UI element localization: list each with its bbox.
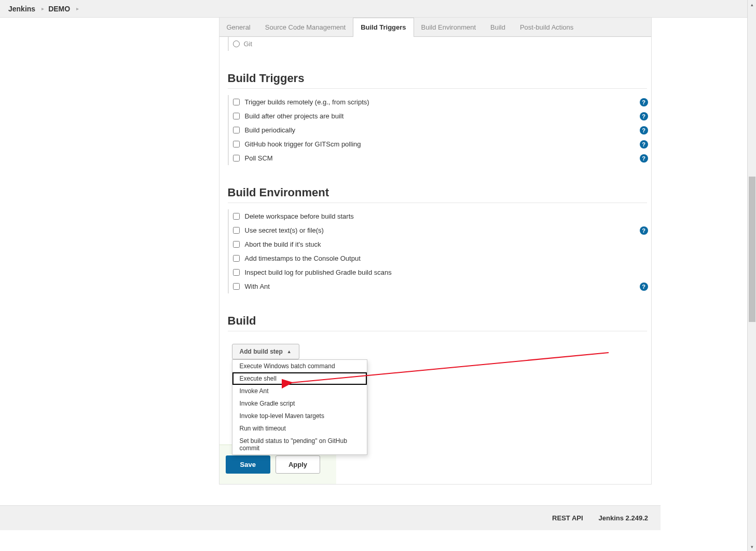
env-gradle-checkbox[interactable] [233, 269, 240, 276]
rest-api-link[interactable]: REST API [552, 514, 583, 522]
trigger-upstream-checkbox[interactable] [233, 113, 240, 119]
tab-build[interactable]: Build [483, 18, 513, 36]
config-panel: General Source Code Management Build Tri… [219, 18, 652, 485]
env-timestamps-checkbox[interactable] [233, 255, 240, 262]
breadcrumb-jenkins[interactable]: Jenkins [8, 5, 35, 13]
help-icon[interactable]: ? [640, 112, 648, 120]
env-timestamps-label[interactable]: Add timestamps to the Console Output [245, 254, 361, 262]
trigger-periodic-checkbox[interactable] [233, 127, 240, 133]
help-icon[interactable]: ? [640, 140, 648, 149]
chevron-right-icon: ▸ [76, 6, 79, 11]
divider [228, 203, 647, 203]
save-button[interactable]: Save [226, 455, 270, 474]
help-icon[interactable]: ? [640, 226, 648, 235]
divider [228, 88, 647, 89]
add-build-step-dropdown: Execute Windows batch command Execute sh… [232, 359, 367, 455]
tab-general[interactable]: General [219, 18, 258, 36]
add-build-step-button[interactable]: Add build step ▲ [232, 344, 299, 359]
help-icon[interactable]: ? [640, 98, 648, 106]
scroll-thumb[interactable] [749, 177, 755, 322]
chevron-right-icon: ▸ [42, 6, 44, 11]
scm-git-label: Git [244, 40, 253, 48]
tab-post-build[interactable]: Post-build Actions [513, 18, 581, 36]
trigger-remote-label[interactable]: Trigger builds remotely (e.g., from scri… [245, 98, 369, 106]
trigger-github-label[interactable]: GitHub hook trigger for GITScm polling [245, 140, 361, 148]
trigger-remote-checkbox[interactable] [233, 99, 240, 105]
trigger-github-checkbox[interactable] [233, 141, 240, 147]
trigger-pollscm-label[interactable]: Poll SCM [245, 154, 273, 162]
dropdown-item-gradle[interactable]: Invoke Gradle script [232, 397, 367, 410]
trigger-upstream-label[interactable]: Build after other projects are built [245, 112, 344, 120]
env-delete-workspace-checkbox[interactable] [233, 213, 240, 220]
section-title-build: Build [228, 314, 651, 328]
apply-button[interactable]: Apply [276, 455, 320, 474]
env-abort-stuck-label[interactable]: Abort the build if it's stuck [245, 240, 321, 248]
environment-list: Delete workspace before build starts Use… [228, 209, 651, 293]
version-label: Jenkins 2.249.2 [599, 514, 648, 522]
scm-git-radio[interactable] [233, 41, 240, 47]
tab-scm[interactable]: Source Code Management [258, 18, 353, 36]
caret-up-icon: ▲ [287, 349, 292, 354]
env-gradle-label[interactable]: Inspect build log for published Gradle b… [245, 268, 392, 276]
dropdown-item-timeout[interactable]: Run with timeout [232, 422, 367, 435]
scrollbar[interactable]: ▴ ▾ [747, 0, 756, 530]
env-ant-checkbox[interactable] [233, 283, 240, 290]
breadcrumb-project[interactable]: DEMO [48, 5, 70, 13]
tab-bar: General Source Code Management Build Tri… [219, 18, 651, 37]
trigger-periodic-label[interactable]: Build periodically [245, 126, 296, 134]
dropdown-item-maven[interactable]: Invoke top-level Maven targets [232, 410, 367, 422]
help-icon[interactable]: ? [640, 154, 648, 163]
env-secret-label[interactable]: Use secret text(s) or file(s) [245, 226, 324, 234]
dropdown-item-github-status[interactable]: Set build status to "pending" on GitHub … [232, 435, 367, 454]
triggers-list: Trigger builds remotely (e.g., from scri… [228, 95, 651, 165]
dropdown-item-ant[interactable]: Invoke Ant [232, 385, 367, 397]
help-icon[interactable]: ? [640, 283, 648, 291]
tab-build-environment[interactable]: Build Environment [414, 18, 484, 36]
add-build-step-label: Add build step [240, 348, 283, 355]
env-secret-checkbox[interactable] [233, 227, 240, 234]
dropdown-item-batch[interactable]: Execute Windows batch command [232, 360, 367, 372]
env-delete-workspace-label[interactable]: Delete workspace before build starts [245, 212, 354, 220]
section-title-environment: Build Environment [228, 186, 651, 199]
scroll-up-icon[interactable]: ▴ [748, 0, 756, 9]
footer: REST API Jenkins 2.249.2 [0, 505, 661, 530]
env-ant-label[interactable]: With Ant [245, 283, 270, 290]
breadcrumb: Jenkins ▸ DEMO ▸ [0, 0, 756, 18]
tab-build-triggers[interactable]: Build Triggers [353, 18, 414, 37]
trigger-pollscm-checkbox[interactable] [233, 155, 240, 162]
section-title-triggers: Build Triggers [228, 72, 651, 85]
dropdown-item-shell[interactable]: Execute shell [232, 372, 367, 385]
help-icon[interactable]: ? [640, 126, 648, 135]
env-abort-stuck-checkbox[interactable] [233, 241, 240, 248]
scm-git-row: Git [228, 37, 651, 51]
divider [228, 331, 647, 331]
